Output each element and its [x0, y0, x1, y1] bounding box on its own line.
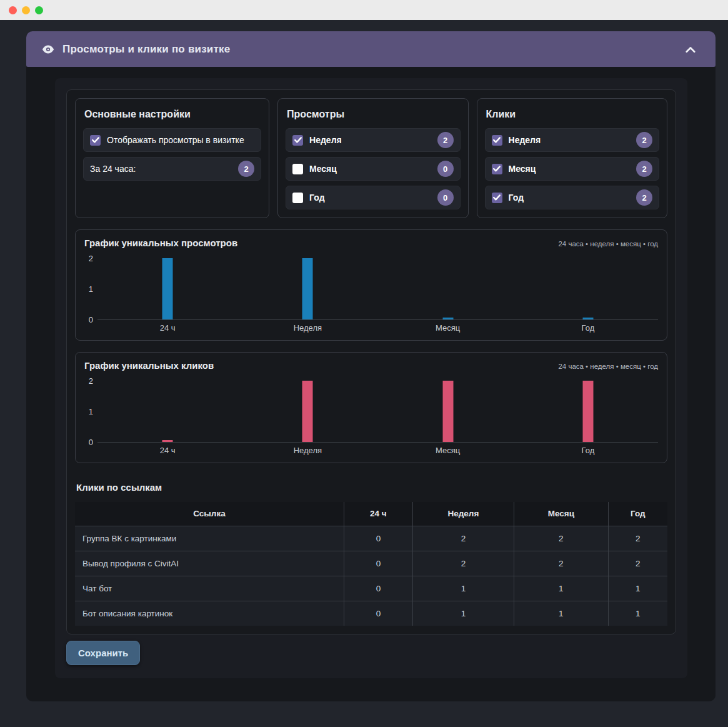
checkbox[interactable] [292, 135, 303, 146]
checkbox[interactable] [292, 193, 303, 203]
settings-cards-row: Основные настройкиОтображать просмотры в… [75, 98, 667, 218]
bar-24 ч [162, 258, 173, 319]
bar-Год [582, 318, 593, 319]
chart-title: График уникальных кликов [84, 360, 214, 371]
x-axis-tick: Месяц [378, 446, 518, 455]
column-header: Месяц [514, 502, 608, 526]
count-cell: 2 [514, 526, 608, 551]
setting-label: Неделя [309, 135, 342, 145]
x-axis-tick: 24 ч [97, 323, 237, 333]
count-cell: 1 [514, 601, 608, 626]
setting-label: Год [509, 193, 524, 203]
settings-card-1: ПросмотрыНеделя2Месяц0Год0 [277, 98, 468, 218]
setting-label: Месяц [309, 164, 337, 174]
y-axis-tick: 1 [84, 285, 93, 294]
card-title: Основные настройки [84, 109, 260, 120]
setting-label: Месяц [509, 164, 536, 174]
setting-row[interactable]: Месяц2 [485, 157, 659, 181]
bar-24 ч [162, 440, 173, 442]
count-cell: 0 [344, 551, 412, 576]
plot-area [97, 259, 658, 320]
minimize-button[interactable] [22, 6, 30, 14]
setting-row[interactable]: Год0 [286, 186, 460, 209]
x-axis-tick: Месяц [378, 323, 518, 333]
count-cell: 0 [344, 576, 412, 601]
checkbox[interactable] [90, 135, 101, 146]
charts: График уникальных просмотров24 часа • не… [75, 229, 667, 463]
bar-Месяц [442, 318, 453, 319]
setting-label: За 24 часа: [90, 164, 136, 174]
settings-card-2: КликиНеделя2Месяц2Год2 [477, 98, 667, 218]
x-axis-tick: Год [518, 446, 658, 455]
bar-slot [237, 259, 377, 319]
setting-label: Неделя [509, 135, 541, 145]
count-badge: 2 [636, 161, 652, 177]
chart-title: График уникальных просмотров [84, 238, 237, 248]
table-row: Вывод профиля с CivitAI0222 [75, 551, 667, 576]
chart-plot: 210 [84, 259, 658, 320]
count-cell: 1 [608, 576, 667, 601]
y-axis-tick: 1 [84, 408, 93, 416]
count-badge: 2 [238, 161, 254, 177]
y-axis-tick: 0 [84, 438, 93, 447]
section-body: Основные настройкиОтображать просмотры в… [26, 67, 716, 701]
x-axis-labels: 24 чНеделяМесяцГод [84, 446, 658, 455]
save-button[interactable]: Сохранить [66, 641, 140, 665]
count-badge: 2 [636, 132, 652, 148]
section-header[interactable]: Просмотры и клики по визитке [26, 31, 716, 67]
setting-label: Отображать просмотры в визитке [107, 135, 244, 145]
table-row: Бот описания картинок0111 [75, 601, 667, 626]
plot-area [97, 381, 658, 443]
x-axis-labels: 24 чНеделяМесяцГод [84, 323, 658, 333]
count-badge: 0 [437, 161, 454, 177]
window-titlebar [0, 0, 728, 20]
settings-card-0: Основные настройкиОтображать просмотры в… [75, 98, 269, 218]
setting-row[interactable]: Год2 [485, 186, 659, 209]
content-container: Основные настройкиОтображать просмотры в… [55, 78, 687, 678]
y-axis-tick: 0 [84, 316, 93, 324]
zoom-button[interactable] [35, 6, 43, 14]
bar-Год [582, 381, 593, 442]
count-badge: 2 [437, 132, 454, 148]
card-title: Клики [486, 109, 658, 120]
link-name-cell: Чат бот [75, 576, 344, 601]
stats-panel: Основные настройкиОтображать просмотры в… [66, 89, 676, 634]
checkbox[interactable] [292, 164, 303, 174]
count-cell: 0 [344, 526, 412, 551]
setting-row[interactable]: Неделя2 [485, 128, 659, 152]
checkbox[interactable] [492, 164, 502, 174]
count-badge: 2 [636, 189, 652, 206]
x-axis-tick: Год [518, 323, 658, 333]
collapse-button[interactable] [682, 42, 699, 57]
chevron-up-icon [684, 44, 697, 54]
count-cell: 1 [514, 576, 608, 601]
links-table-heading: Клики по ссылкам [76, 482, 666, 493]
count-badge: 0 [437, 189, 454, 206]
x-axis-tick: Неделя [237, 323, 377, 333]
checkbox[interactable] [492, 135, 502, 146]
x-axis-tick: Неделя [237, 446, 377, 455]
chart-panel-1: График уникальных кликов24 часа • неделя… [75, 352, 667, 463]
bar-slot [97, 259, 237, 319]
chart-caption: 24 часа • неделя • месяц • год [558, 240, 658, 248]
setting-row: За 24 часа:2 [83, 157, 261, 181]
column-header: 24 ч [344, 502, 412, 526]
links-table: Ссылка24 чНеделяМесяцГод Группа ВК с кар… [75, 502, 667, 626]
setting-row[interactable]: Отображать просмотры в визитке [83, 128, 261, 152]
setting-row[interactable]: Неделя2 [286, 128, 460, 152]
close-button[interactable] [9, 6, 17, 14]
checkbox[interactable] [492, 193, 502, 203]
bar-slot [518, 381, 658, 442]
links-table-header-row: Ссылка24 чНеделяМесяцГод [75, 502, 667, 526]
bar-slot [97, 381, 237, 442]
setting-row[interactable]: Месяц0 [286, 157, 460, 181]
bar-slot [378, 381, 518, 442]
links-table-body: Группа ВК с картинками0222Вывод профиля … [75, 526, 667, 626]
column-header: Неделя [412, 502, 514, 526]
bar-slot [518, 259, 658, 319]
chart-head: График уникальных просмотров24 часа • не… [84, 238, 658, 248]
bar-slot [237, 381, 377, 442]
column-header: Год [608, 502, 667, 526]
column-header: Ссылка [75, 502, 344, 526]
card-title: Просмотры [287, 109, 459, 120]
